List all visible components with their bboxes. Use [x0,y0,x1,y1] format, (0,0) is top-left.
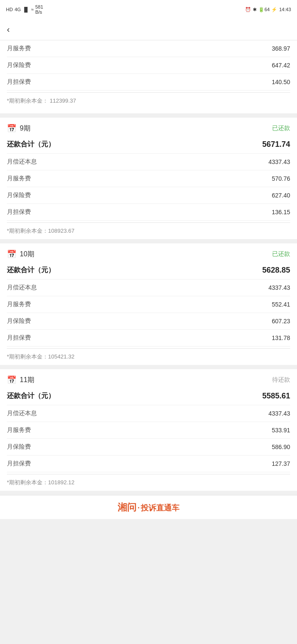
period-label: 📅11期 [7,375,34,385]
brand-main: 湘问 [118,502,136,513]
partial-card: 月服务费 368.97 月保险费 647.42 月担保费 140.50 *期初剩… [0,40,297,113]
signal-icon: 4G [15,7,21,12]
calendar-icon: 📅 [7,124,16,133]
table-row: 月担保费131.78 [7,330,290,346]
total-label: 还款合计（元） [7,392,55,401]
wifi-icon: ≈ [31,7,33,12]
total-row: 还款合计（元）5671.74 [7,137,290,154]
table-row: 月服务费 368.97 [7,40,290,57]
row-value: 570.76 [272,175,290,182]
period-number: 11期 [20,376,34,385]
brand-bar: 湘问·投诉直通车 [0,495,297,519]
table-row: 月偿还本息4337.43 [7,405,290,422]
row-label: 月服务费 [7,175,31,182]
status-bar: HD 4G ▐▌ ≈ 581B/s ⏰ ✱ 🔋64 ⚡ 14:43 [0,0,297,19]
initial-balance: *期初剩余本金：108923.67 [7,222,290,239]
period-card-2: 📅11期待还款还款合计（元）5585.61月偿还本息4337.43月服务费533… [0,369,297,491]
period-header: 📅9期已还款 [7,118,290,137]
period-header: 📅11期待还款 [7,369,290,388]
bluetooth-icon: ✱ [253,7,257,12]
table-row: 月服务费533.91 [7,422,290,439]
row-label: 月担保费 [7,334,31,342]
table-row: 月保险费627.40 [7,187,290,204]
charging-icon: ⚡ [271,7,277,12]
total-value: 5628.85 [262,266,290,275]
table-row: 月保险费586.90 [7,439,290,456]
signal-bars: ▐▌ [23,7,30,12]
row-value: 552.41 [272,301,290,308]
row-label: 月保险费 [7,443,31,451]
row-value: 131.78 [272,334,290,341]
row-value: 533.91 [272,427,290,434]
period-status: 已还款 [272,250,290,258]
period-header: 📅10期已还款 [7,243,290,262]
total-row: 还款合计（元）5585.61 [7,388,290,405]
row-label: 月服务费 [7,45,31,52]
row-label: 月保险费 [7,317,31,325]
table-row: 月担保费127.37 [7,456,290,472]
row-label: 月保险费 [7,191,31,199]
calendar-icon: 📅 [7,249,16,259]
period-card-0: 📅9期已还款还款合计（元）5671.74月偿还本息4337.43月服务费570.… [0,118,297,239]
period-number: 9期 [20,124,30,133]
periods-container: 📅9期已还款还款合计（元）5671.74月偿还本息4337.43月服务费570.… [0,118,297,491]
row-value: 136.15 [272,209,290,216]
initial-balance: *期初剩余本金： 112399.37 [7,92,290,109]
total-value: 5585.61 [262,392,290,401]
brand-sub: 投诉直通车 [141,504,179,512]
row-value: 4337.43 [268,158,290,165]
table-row: 月偿还本息4337.43 [7,154,290,170]
status-right: ⏰ ✱ 🔋64 ⚡ 14:43 [245,7,291,12]
speed-text: 581B/s [35,4,43,15]
page-header: ‹ [0,19,297,40]
period-card-1: 📅10期已还款还款合计（元）5628.85月偿还本息4337.43月服务费552… [0,243,297,365]
row-label: 月偿还本息 [7,284,37,292]
row-value: 647.42 [272,62,290,69]
table-row: 月担保费136.15 [7,204,290,221]
table-row: 月服务费552.41 [7,296,290,313]
alarm-icon: ⏰ [245,7,251,12]
total-label: 还款合计（元） [7,140,55,149]
table-row: 月偿还本息4337.43 [7,279,290,296]
calendar-icon: 📅 [7,375,16,385]
row-value: 368.97 [272,45,290,52]
brand-text: 湘问·投诉直通车 [118,501,179,514]
initial-label: *期初剩余本金： [7,97,48,104]
row-label: 月偿还本息 [7,410,37,417]
table-row: 月担保费 140.50 [7,74,290,91]
time-display: 14:43 [279,7,291,12]
row-label: 月担保费 [7,208,31,216]
period-status: 待还款 [272,376,290,384]
period-label: 📅9期 [7,124,30,133]
row-value: 627.40 [272,192,290,199]
battery-icon: 🔋64 [258,7,270,12]
table-row: 月服务费570.76 [7,170,290,187]
total-label: 还款合计（元） [7,266,55,275]
initial-balance: *期初剩余本金：101892.12 [7,474,290,491]
row-value: 4337.43 [268,284,290,291]
row-label: 月偿还本息 [7,158,37,166]
initial-balance: *期初剩余本金：105421.32 [7,348,290,365]
period-status: 已还款 [272,125,290,132]
table-row: 月保险费607.23 [7,313,290,330]
row-label: 月担保费 [7,460,31,468]
network-icon: HD [6,7,13,12]
table-row: 月保险费 647.42 [7,57,290,74]
row-label: 月服务费 [7,301,31,308]
brand-dot: · [137,504,139,512]
row-label: 月担保费 [7,78,31,86]
row-label: 月保险费 [7,61,31,69]
back-button[interactable]: ‹ [7,24,10,34]
row-value: 127.37 [272,460,290,467]
content-area: 月服务费 368.97 月保险费 647.42 月担保费 140.50 *期初剩… [0,40,297,519]
row-value: 140.50 [272,79,290,85]
total-row: 还款合计（元）5628.85 [7,262,290,279]
status-left: HD 4G ▐▌ ≈ 581B/s [6,4,43,15]
period-number: 10期 [20,250,34,259]
row-value: 4337.43 [268,410,290,417]
row-value: 607.23 [272,318,290,325]
period-label: 📅10期 [7,249,34,259]
row-label: 月服务费 [7,426,31,434]
total-value: 5671.74 [262,140,290,149]
initial-value: 112399.37 [50,97,76,104]
